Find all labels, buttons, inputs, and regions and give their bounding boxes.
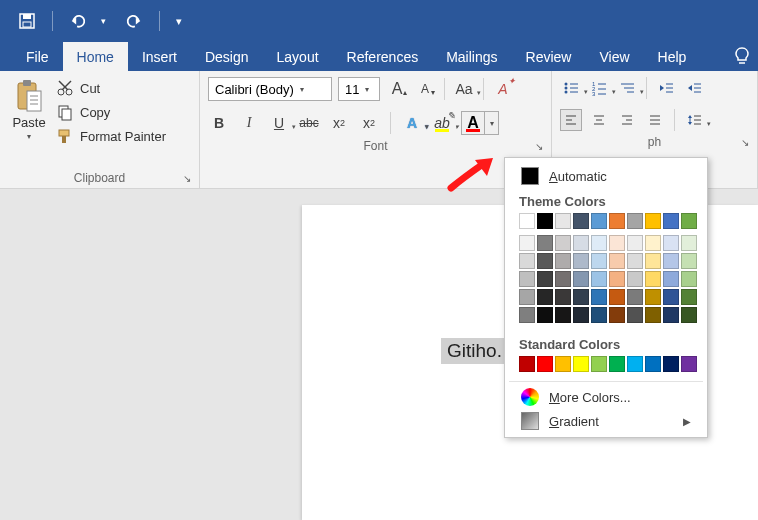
decrease-indent-button[interactable] bbox=[655, 77, 677, 99]
bold-button[interactable]: B bbox=[208, 112, 230, 134]
color-swatch[interactable] bbox=[609, 271, 625, 287]
highlight-button[interactable]: ab✎▾ bbox=[431, 112, 453, 134]
tell-me-icon[interactable] bbox=[732, 46, 752, 70]
more-colors-item[interactable]: More Colors... bbox=[505, 385, 707, 409]
color-swatch[interactable] bbox=[591, 271, 607, 287]
color-swatch[interactable] bbox=[627, 289, 643, 305]
color-swatch[interactable] bbox=[519, 356, 535, 372]
font-color-dropdown-icon[interactable]: ▾ bbox=[484, 112, 498, 134]
tab-home[interactable]: Home bbox=[63, 42, 128, 71]
color-swatch[interactable] bbox=[681, 356, 697, 372]
color-swatch[interactable] bbox=[681, 271, 697, 287]
increase-indent-button[interactable] bbox=[683, 77, 705, 99]
color-swatch[interactable] bbox=[681, 253, 697, 269]
color-swatch[interactable] bbox=[591, 307, 607, 323]
subscript-button[interactable]: x2 bbox=[328, 112, 350, 134]
font-dialog-launcher-icon[interactable]: ↘ bbox=[535, 141, 543, 152]
tab-review[interactable]: Review bbox=[512, 42, 586, 71]
color-swatch[interactable] bbox=[627, 235, 643, 251]
font-name-combo[interactable]: Calibri (Body)▾ bbox=[208, 77, 332, 101]
copy-button[interactable]: Copy bbox=[56, 103, 166, 121]
color-swatch[interactable] bbox=[591, 356, 607, 372]
save-icon[interactable] bbox=[18, 12, 36, 30]
bullets-button[interactable]: ▾ bbox=[560, 77, 582, 99]
automatic-color-item[interactable]: Automatic bbox=[505, 164, 707, 188]
color-swatch[interactable] bbox=[519, 289, 535, 305]
color-swatch[interactable] bbox=[537, 356, 553, 372]
clear-format-button[interactable]: A✦ bbox=[492, 78, 514, 100]
tab-help[interactable]: Help bbox=[644, 42, 701, 71]
color-swatch[interactable] bbox=[591, 289, 607, 305]
color-swatch[interactable] bbox=[573, 356, 589, 372]
color-swatch[interactable] bbox=[663, 271, 679, 287]
cut-button[interactable]: Cut bbox=[56, 79, 166, 97]
color-swatch[interactable] bbox=[663, 213, 679, 229]
color-swatch[interactable] bbox=[609, 213, 625, 229]
color-swatch[interactable] bbox=[627, 271, 643, 287]
strike-button[interactable]: abc bbox=[298, 112, 320, 134]
color-swatch[interactable] bbox=[681, 307, 697, 323]
color-swatch[interactable] bbox=[591, 253, 607, 269]
qat-customize-icon[interactable]: ▾ bbox=[176, 15, 186, 28]
color-swatch[interactable] bbox=[519, 235, 535, 251]
color-swatch[interactable] bbox=[573, 213, 589, 229]
color-swatch[interactable] bbox=[573, 253, 589, 269]
color-swatch[interactable] bbox=[627, 253, 643, 269]
color-swatch[interactable] bbox=[645, 213, 661, 229]
tab-view[interactable]: View bbox=[585, 42, 643, 71]
color-swatch[interactable] bbox=[555, 235, 571, 251]
color-swatch[interactable] bbox=[609, 289, 625, 305]
color-swatch[interactable] bbox=[573, 289, 589, 305]
color-swatch[interactable] bbox=[555, 289, 571, 305]
color-swatch[interactable] bbox=[537, 289, 553, 305]
color-swatch[interactable] bbox=[627, 213, 643, 229]
color-swatch[interactable] bbox=[519, 253, 535, 269]
color-swatch[interactable] bbox=[663, 356, 679, 372]
color-swatch[interactable] bbox=[591, 235, 607, 251]
color-swatch[interactable] bbox=[573, 271, 589, 287]
clipboard-dialog-launcher-icon[interactable]: ↘ bbox=[183, 173, 191, 184]
color-swatch[interactable] bbox=[519, 271, 535, 287]
paste-button[interactable]: Paste ▾ bbox=[8, 77, 50, 167]
text-effects-button[interactable]: A▾ bbox=[401, 112, 423, 134]
tab-mailings[interactable]: Mailings bbox=[432, 42, 511, 71]
align-left-button[interactable] bbox=[560, 109, 582, 131]
color-swatch[interactable] bbox=[645, 235, 661, 251]
color-swatch[interactable] bbox=[555, 253, 571, 269]
color-swatch[interactable] bbox=[519, 307, 535, 323]
color-swatch[interactable] bbox=[555, 213, 571, 229]
superscript-button[interactable]: x2 bbox=[358, 112, 380, 134]
color-swatch[interactable] bbox=[645, 289, 661, 305]
tab-references[interactable]: References bbox=[333, 42, 433, 71]
color-swatch[interactable] bbox=[555, 307, 571, 323]
color-swatch[interactable] bbox=[555, 356, 571, 372]
color-swatch[interactable] bbox=[645, 356, 661, 372]
paste-dropdown-icon[interactable]: ▾ bbox=[27, 132, 31, 141]
color-swatch[interactable] bbox=[609, 235, 625, 251]
color-swatch[interactable] bbox=[537, 271, 553, 287]
color-swatch[interactable] bbox=[663, 253, 679, 269]
undo-icon[interactable] bbox=[69, 12, 87, 30]
selected-text[interactable]: Gitiho. bbox=[441, 338, 508, 364]
color-swatch[interactable] bbox=[591, 213, 607, 229]
tab-file[interactable]: File bbox=[12, 42, 63, 71]
align-center-button[interactable] bbox=[588, 109, 610, 131]
color-swatch[interactable] bbox=[645, 253, 661, 269]
tab-design[interactable]: Design bbox=[191, 42, 263, 71]
color-swatch[interactable] bbox=[681, 289, 697, 305]
tab-layout[interactable]: Layout bbox=[263, 42, 333, 71]
numbering-button[interactable]: 123▾ bbox=[588, 77, 610, 99]
color-swatch[interactable] bbox=[609, 356, 625, 372]
color-swatch[interactable] bbox=[627, 307, 643, 323]
format-painter-button[interactable]: Format Painter bbox=[56, 127, 166, 145]
color-swatch[interactable] bbox=[609, 253, 625, 269]
color-swatch[interactable] bbox=[573, 235, 589, 251]
color-swatch[interactable] bbox=[537, 213, 553, 229]
font-size-combo[interactable]: 11▾ bbox=[338, 77, 380, 101]
font-color-split-button[interactable]: A ▾ bbox=[461, 111, 499, 135]
color-swatch[interactable] bbox=[573, 307, 589, 323]
color-swatch[interactable] bbox=[681, 213, 697, 229]
color-swatch[interactable] bbox=[519, 213, 535, 229]
undo-dropdown-icon[interactable]: ▾ bbox=[101, 16, 111, 26]
underline-button[interactable]: U▾ bbox=[268, 112, 290, 134]
